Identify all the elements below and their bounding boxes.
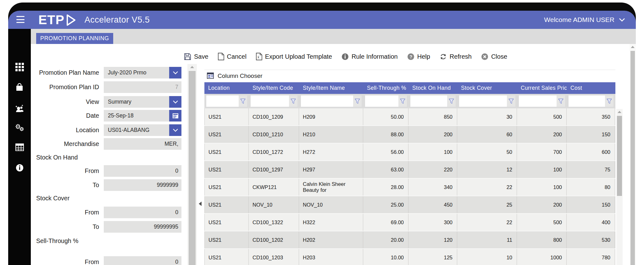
location-combo[interactable]: US01-ALABANG xyxy=(104,124,181,136)
sc-from-value: 0 xyxy=(175,209,178,216)
table-row[interactable]: US21CKWP121Calvin Klein Sheer Beauty for… xyxy=(204,179,615,196)
table-row[interactable]: US21CD100_1322H32269.0030022500400 xyxy=(204,214,615,231)
user-menu[interactable]: Welcome ADMIN USER xyxy=(544,11,625,29)
cell: CD100_1272 xyxy=(249,143,299,160)
form-scrollbar-thumb[interactable] xyxy=(189,71,196,265)
soh-from-field[interactable]: 0 xyxy=(104,165,181,177)
filter-cell xyxy=(457,94,517,108)
users-icon[interactable] xyxy=(8,104,31,113)
form-scrollbar[interactable] xyxy=(187,64,197,265)
filter-cell xyxy=(517,94,567,108)
table-row[interactable]: US21NOV_10NOV_1025.0045025200150 xyxy=(204,196,615,214)
cell: 10.00 xyxy=(363,249,408,265)
merchandise-field[interactable]: MER, xyxy=(104,138,181,150)
plan-name-combo[interactable]: July-2020 Prmo xyxy=(104,67,181,78)
chevron-down-icon xyxy=(173,100,178,104)
table-row[interactable]: US21CD100_1203H20310.00125101000780 xyxy=(204,249,615,265)
svg-text:x̄: x̄ xyxy=(258,55,259,59)
filter-input[interactable] xyxy=(365,95,398,107)
st-from-field[interactable]: 0 xyxy=(104,256,181,265)
cell: H210 xyxy=(299,126,363,143)
soh-to-field[interactable]: 9999999 xyxy=(104,179,181,191)
location-dropdown-button[interactable] xyxy=(169,124,181,136)
filter-button[interactable] xyxy=(289,95,297,107)
date-field[interactable]: 25-Sep-18 xyxy=(104,110,181,122)
table-row[interactable]: US21CD100_1209H20950.0085030500350 xyxy=(204,108,615,126)
cancel-button[interactable]: Cancel xyxy=(218,53,247,60)
column-header-cost[interactable]: Cost xyxy=(567,82,615,94)
export-upload-template-button[interactable]: x̄ Export Upload Template xyxy=(256,53,332,60)
filter-input[interactable] xyxy=(251,95,289,107)
cell: US21 xyxy=(204,231,249,248)
grid-scrollbar-thumb[interactable] xyxy=(617,116,622,196)
scroll-up-icon[interactable] xyxy=(187,64,197,70)
tab-promotion-planning[interactable]: PROMOTION PLANNING xyxy=(36,33,113,44)
filter-input[interactable] xyxy=(569,95,605,107)
cell: 850 xyxy=(408,108,457,125)
filter-input[interactable] xyxy=(301,95,353,107)
column-header-style-item-name[interactable]: Style/Item Name xyxy=(299,82,363,94)
table-row[interactable]: US21CD100_1202H20220.0012011800530 xyxy=(204,231,615,249)
cell: CKWP121 xyxy=(249,179,299,196)
column-header-location[interactable]: Location xyxy=(204,82,249,94)
filter-input[interactable] xyxy=(206,95,239,107)
column-header-style-item-code[interactable]: Style/Item Code xyxy=(249,82,299,94)
column-chooser-button[interactable]: Column Chooser xyxy=(204,70,615,82)
close-icon xyxy=(481,53,488,60)
page-scrollbar[interactable] xyxy=(630,44,636,265)
column-header-stock-cover[interactable]: Stock Cover xyxy=(457,82,517,94)
filter-button[interactable] xyxy=(353,95,362,107)
column-header-sell-through-[interactable]: Sell-Through % xyxy=(363,82,408,94)
filter-input[interactable] xyxy=(459,95,507,107)
filter-button[interactable] xyxy=(239,95,247,107)
info-icon[interactable] xyxy=(8,163,31,172)
cell: 780 xyxy=(567,249,615,265)
column-header-current-sales-price[interactable]: Current Sales Price xyxy=(517,82,567,94)
shopping-bag-icon[interactable] xyxy=(8,82,31,92)
scroll-up-icon[interactable] xyxy=(631,46,635,48)
gears-icon[interactable] xyxy=(8,123,31,132)
column-chooser-label: Column Chooser xyxy=(218,73,263,79)
cell: US21 xyxy=(204,126,249,143)
filter-button[interactable] xyxy=(447,95,456,107)
filter-input[interactable] xyxy=(410,95,447,107)
grid-panel: Column Chooser LocationStyle/Item CodeSt… xyxy=(204,70,615,265)
save-button[interactable]: Save xyxy=(184,53,208,60)
table-row[interactable]: US21CD100_1272H27256.0010050700600 xyxy=(204,143,615,161)
filter-funnel-icon xyxy=(606,98,612,104)
table-row[interactable]: US21CD100_1297H29763.002201210075 xyxy=(204,161,615,179)
table-icon[interactable] xyxy=(8,143,31,152)
collapse-panel-arrow[interactable] xyxy=(199,202,202,206)
column-header-stock-on-hand[interactable]: Stock On Hand xyxy=(408,82,457,94)
table-row[interactable]: US21CD100_1210H21088.0020060200150 xyxy=(204,126,615,143)
cell: 150 xyxy=(567,126,615,143)
cell: US21 xyxy=(204,214,249,231)
plan-name-dropdown-button[interactable] xyxy=(169,67,181,78)
refresh-button[interactable]: Refresh xyxy=(440,53,472,60)
cancel-icon xyxy=(218,53,224,60)
grid-scrollbar[interactable] xyxy=(616,109,623,265)
sc-to-field[interactable]: 99999995 xyxy=(104,221,181,233)
apps-grid-icon[interactable] xyxy=(8,62,31,72)
close-button[interactable]: Close xyxy=(481,53,507,60)
filter-button[interactable] xyxy=(557,95,565,107)
sc-from-field[interactable]: 0 xyxy=(104,207,181,218)
date-picker-button[interactable] xyxy=(169,110,181,122)
hamburger-menu-icon[interactable] xyxy=(16,16,25,23)
page-scrollbar-thumb[interactable] xyxy=(630,51,635,265)
help-button[interactable]: ? Help xyxy=(407,53,430,60)
filter-button[interactable] xyxy=(507,95,515,107)
rule-information-button[interactable]: Rule Information xyxy=(341,53,398,60)
filter-funnel-icon xyxy=(448,98,454,104)
filter-button[interactable] xyxy=(605,95,613,107)
filter-input[interactable] xyxy=(519,95,557,107)
view-combo[interactable]: Summary xyxy=(104,96,181,108)
cell: 22 xyxy=(457,179,517,196)
cell: H297 xyxy=(299,161,363,178)
plan-id-value: 7 xyxy=(175,84,178,90)
scroll-up-icon[interactable] xyxy=(618,111,621,113)
view-dropdown-button[interactable] xyxy=(169,96,181,108)
cell: H322 xyxy=(299,214,363,231)
cell: 500 xyxy=(517,214,567,231)
filter-button[interactable] xyxy=(398,95,407,107)
